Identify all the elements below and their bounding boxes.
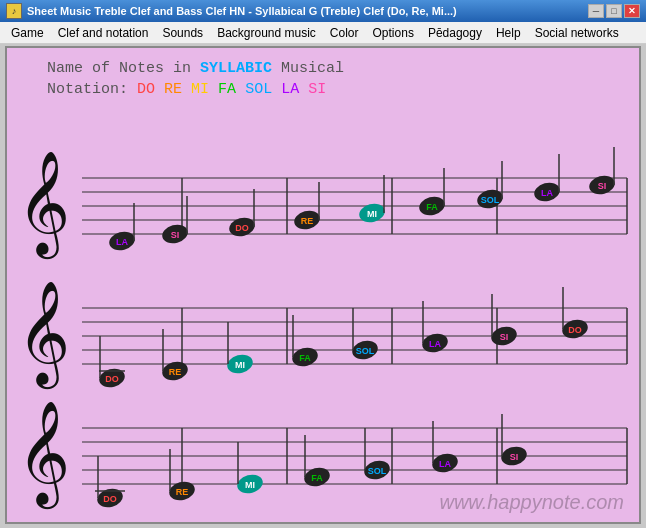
- menu-help[interactable]: Help: [489, 24, 528, 42]
- treble-clef-3: 𝄞: [17, 402, 70, 510]
- svg-text:RE: RE: [169, 367, 182, 377]
- svg-text:DO: DO: [103, 494, 117, 504]
- svg-text:LA: LA: [116, 237, 128, 247]
- menu-pedagogy[interactable]: Pēdagogy: [421, 24, 489, 42]
- svg-text:DO: DO: [235, 223, 249, 233]
- svg-text:LA: LA: [429, 339, 441, 349]
- svg-text:FA: FA: [299, 353, 311, 363]
- menu-bar: Game Clef and notation Sounds Background…: [0, 22, 646, 44]
- menu-social-networks[interactable]: Social networks: [528, 24, 626, 42]
- menu-options[interactable]: Options: [366, 24, 421, 42]
- header-text: Name of Notes in SYLLABIC Musical Notati…: [47, 58, 344, 100]
- svg-text:LA: LA: [439, 459, 451, 469]
- title-bar-text: Sheet Music Treble Clef and Bass Clef HN…: [27, 5, 588, 17]
- svg-text:MI: MI: [235, 360, 245, 370]
- svg-text:SOL: SOL: [481, 195, 500, 205]
- menu-color[interactable]: Color: [323, 24, 366, 42]
- header-line1: Name of Notes in SYLLABIC Musical: [47, 58, 344, 79]
- app-icon: ♪: [6, 3, 22, 19]
- svg-text:MI: MI: [245, 480, 255, 490]
- main-content: Name of Notes in SYLLABIC Musical Notati…: [5, 46, 641, 524]
- website-watermark: www.happynote.com: [439, 491, 624, 514]
- svg-text:FA: FA: [311, 473, 323, 483]
- svg-text:SI: SI: [510, 452, 519, 462]
- svg-text:SOL: SOL: [368, 466, 387, 476]
- svg-text:DO: DO: [568, 325, 582, 335]
- svg-text:SI: SI: [500, 332, 509, 342]
- svg-text:LA: LA: [541, 188, 553, 198]
- svg-text:FA: FA: [426, 202, 438, 212]
- title-bar: ♪ Sheet Music Treble Clef and Bass Clef …: [0, 0, 646, 22]
- close-button[interactable]: ✕: [624, 4, 640, 18]
- menu-clef-notation[interactable]: Clef and notation: [51, 24, 156, 42]
- header-line2: Notation: DO RE MI FA SOL LA SI: [47, 79, 344, 100]
- minimize-button[interactable]: ─: [588, 4, 604, 18]
- svg-text:DO: DO: [105, 374, 119, 384]
- treble-clef-2: 𝄞: [17, 282, 70, 390]
- title-bar-buttons: ─ □ ✕: [588, 4, 640, 18]
- svg-text:MI: MI: [367, 209, 377, 219]
- menu-game[interactable]: Game: [4, 24, 51, 42]
- svg-text:SI: SI: [171, 230, 180, 240]
- menu-background-music[interactable]: Background music: [210, 24, 323, 42]
- maximize-button[interactable]: □: [606, 4, 622, 18]
- treble-clef-1: 𝄞: [17, 152, 70, 260]
- svg-text:RE: RE: [176, 487, 189, 497]
- menu-sounds[interactable]: Sounds: [155, 24, 210, 42]
- svg-text:SOL: SOL: [356, 346, 375, 356]
- svg-text:SI: SI: [598, 181, 607, 191]
- sheet-music: 𝄞 LA SI DO RE MI FA: [7, 123, 641, 513]
- svg-text:RE: RE: [301, 216, 314, 226]
